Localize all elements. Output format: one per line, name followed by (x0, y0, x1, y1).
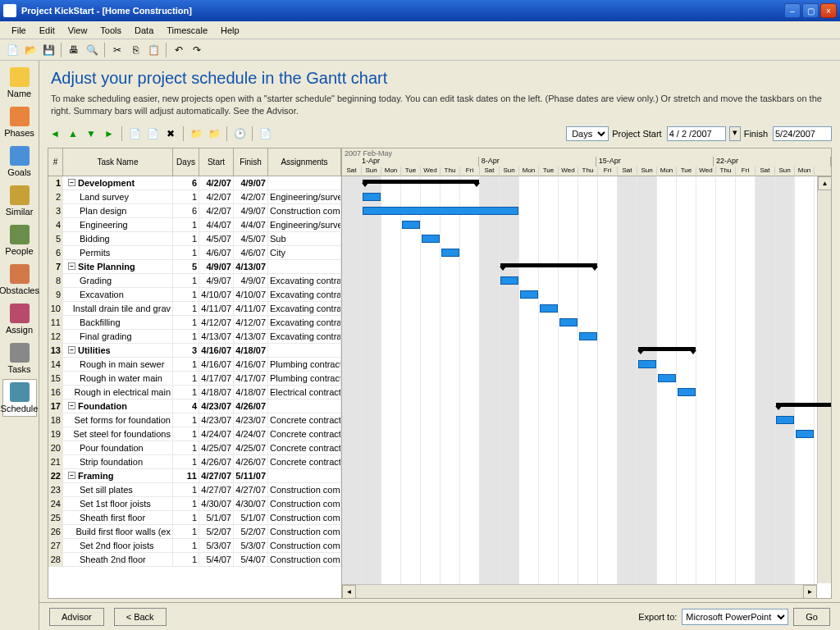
task-bar[interactable] (402, 221, 420, 229)
task-bar[interactable] (363, 193, 381, 201)
cell-assign[interactable]: Construction company (268, 525, 341, 538)
menu-data[interactable]: Data (128, 24, 160, 37)
cell-start[interactable]: 4/13/07 (199, 330, 234, 343)
cell-name[interactable]: Set steel for foundations (63, 427, 173, 441)
cell-days[interactable]: 1 (173, 386, 199, 399)
task-bar[interactable] (441, 249, 459, 257)
cell-name[interactable]: Set 2nd floor joists (63, 539, 173, 552)
collapse-icon[interactable]: − (68, 346, 75, 354)
cell-days[interactable]: 1 (173, 302, 199, 315)
cell-finish[interactable]: 5/2/07 (234, 525, 268, 538)
cell-assign[interactable]: Concrete contractor (268, 413, 341, 427)
cell-name[interactable]: Set forms for foundation (63, 413, 173, 427)
task-bar[interactable] (638, 360, 656, 368)
phase-bar[interactable] (500, 263, 597, 267)
task-row[interactable]: 1−Development64/2/074/9/07 (48, 176, 341, 190)
cell-name[interactable]: Set sill plates (63, 483, 173, 496)
cell-start[interactable]: 5/3/07 (199, 539, 234, 552)
redo-icon[interactable]: ↷ (189, 43, 204, 57)
maximize-button[interactable]: ▢ (802, 3, 819, 18)
cell-assign[interactable]: Construction company (268, 553, 341, 566)
cell-name[interactable]: −Development (63, 176, 173, 189)
cell-finish[interactable]: 4/11/07 (234, 302, 268, 315)
cell-finish[interactable]: 4/12/07 (234, 316, 268, 329)
sidebar-item-tasks[interactable]: Tasks (2, 340, 37, 377)
cell-finish[interactable]: 4/18/07 (234, 344, 268, 357)
cell-days[interactable]: 1 (173, 427, 199, 441)
cell-start[interactable]: 4/17/07 (199, 372, 234, 385)
cell-assign[interactable]: Concrete contractor (268, 441, 341, 454)
cell-days[interactable]: 1 (173, 525, 199, 538)
sidebar-item-goals[interactable]: Goals (2, 143, 37, 180)
task-row[interactable]: 11Backfilling14/12/074/12/07Excavating c… (48, 316, 341, 330)
cell-name[interactable]: Plan design (63, 204, 173, 217)
phase-bar[interactable] (776, 403, 831, 407)
task-row[interactable]: 15Rough in water main14/17/074/17/07Plum… (48, 372, 341, 386)
cell-start[interactable]: 4/2/07 (199, 204, 234, 217)
cell-finish[interactable]: 4/13/07 (234, 260, 268, 273)
cell-name[interactable]: −Framing (63, 469, 173, 482)
collapse-icon[interactable]: − (68, 472, 75, 479)
cell-assign[interactable]: Sub (268, 232, 341, 245)
finish-input[interactable] (773, 126, 832, 141)
cell-name[interactable]: Land survey (63, 190, 173, 203)
undo-icon[interactable]: ↶ (171, 43, 186, 57)
cell-start[interactable]: 4/9/07 (199, 260, 234, 273)
task-row[interactable]: 5Bidding14/5/074/5/07Sub (48, 232, 341, 246)
dropdown-icon[interactable]: ▾ (729, 126, 741, 141)
sidebar-item-name[interactable]: Name (2, 64, 37, 102)
task-row[interactable]: 16Rough in electrical main14/18/074/18/0… (48, 386, 341, 399)
cell-finish[interactable]: 4/23/07 (234, 413, 268, 427)
horizontal-scrollbar[interactable]: ◄ ► (342, 584, 817, 598)
cell-name[interactable]: Final grading (63, 330, 173, 343)
cell-name[interactable]: Rough in electrical main (63, 386, 173, 399)
cell-name[interactable]: Build first floor walls (ex (63, 525, 173, 538)
gantt-body[interactable] (342, 176, 831, 598)
export-select[interactable]: Microsoft PowerPoint (682, 609, 788, 625)
cell-days[interactable]: 1 (173, 274, 199, 287)
menu-edit[interactable]: Edit (33, 24, 62, 37)
preview-icon[interactable]: 🔍 (84, 43, 99, 57)
task-row[interactable]: 13−Utilities34/16/074/18/07 (48, 344, 341, 358)
task-bar[interactable] (579, 332, 597, 340)
task-row[interactable]: 9Excavation14/10/074/10/07Excavating con… (48, 288, 341, 302)
col-days[interactable]: Days (173, 148, 199, 176)
cell-start[interactable]: 4/23/07 (199, 413, 234, 427)
cell-assign[interactable]: Plumbing contractor (268, 358, 341, 371)
cell-assign[interactable]: Concrete contractor (268, 427, 341, 441)
cell-assign[interactable]: Construction company (268, 497, 341, 510)
cell-start[interactable]: 4/30/07 (199, 497, 234, 510)
cell-finish[interactable]: 4/26/07 (234, 399, 268, 413)
cell-assign[interactable] (268, 399, 341, 413)
paste-icon[interactable]: 📋 (146, 43, 161, 57)
collapse-icon[interactable]: − (68, 402, 75, 409)
cell-name[interactable]: −Utilities (63, 344, 173, 357)
cell-name[interactable]: Install drain tile and grav (63, 302, 173, 315)
cell-days[interactable]: 1 (173, 455, 199, 468)
doc2-icon[interactable]: 📄 (145, 126, 160, 141)
col-start[interactable]: Start (199, 148, 234, 176)
cell-days[interactable]: 1 (173, 372, 199, 385)
task-bar[interactable] (678, 388, 696, 396)
task-bar[interactable] (658, 374, 676, 382)
cell-assign[interactable]: Excavating contractor (268, 330, 341, 343)
task-bar[interactable] (500, 276, 518, 285)
cell-assign[interactable]: Excavating contractor (268, 302, 341, 315)
cell-start[interactable]: 4/23/07 (199, 399, 234, 413)
open-icon[interactable]: 📂 (23, 43, 38, 57)
cell-assign[interactable]: Construction company (268, 539, 341, 552)
cell-days[interactable]: 1 (173, 553, 199, 566)
cell-finish[interactable]: 4/9/07 (234, 176, 268, 189)
collapse-icon[interactable]: − (68, 262, 75, 270)
arrow-up-icon[interactable]: ▲ (66, 126, 80, 141)
cell-start[interactable]: 5/2/07 (199, 525, 234, 538)
cell-assign[interactable]: Construction company (268, 483, 341, 496)
minimize-button[interactable]: – (784, 3, 801, 18)
folder-icon[interactable]: 📁 (189, 126, 203, 141)
cell-start[interactable]: 5/4/07 (199, 553, 234, 566)
cell-start[interactable]: 4/25/07 (199, 441, 234, 454)
cell-finish[interactable]: 4/25/07 (234, 441, 268, 454)
cell-days[interactable]: 1 (173, 288, 199, 301)
cell-days[interactable]: 1 (173, 190, 199, 203)
copy-icon[interactable]: ⎘ (128, 43, 143, 57)
